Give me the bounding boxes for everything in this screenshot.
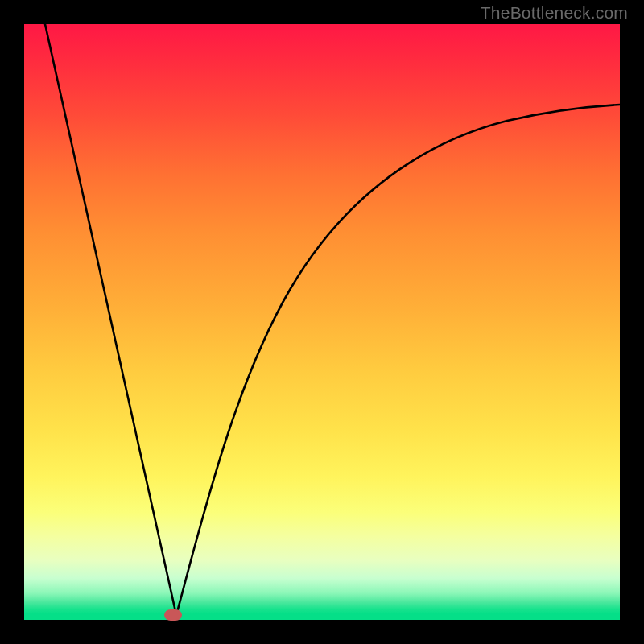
chart-plot-area: [24, 24, 620, 620]
minimum-marker: [164, 609, 182, 621]
watermark-text: TheBottleneck.com: [481, 3, 628, 23]
chart-curve: [24, 24, 620, 620]
curve-left-segment: [45, 24, 176, 615]
curve-right-segment: [176, 105, 620, 615]
